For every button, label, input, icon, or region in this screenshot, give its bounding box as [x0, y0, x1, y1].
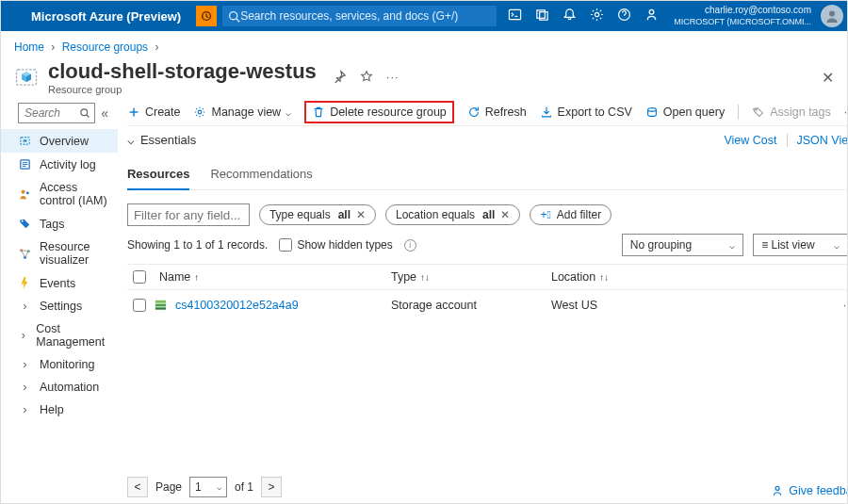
pager: < Page 1⌵ of 1 >	[127, 477, 282, 497]
user-email: charlie.roy@contoso.com	[674, 5, 811, 16]
sort-icon[interactable]: ↑↓	[599, 272, 609, 283]
export-csv-button[interactable]: Export to CSV	[540, 106, 632, 119]
preview-badge-icon[interactable]	[196, 6, 217, 26]
close-icon[interactable]: ✕	[500, 208, 510, 221]
svg-point-30	[199, 110, 203, 114]
help-icon[interactable]	[617, 8, 631, 24]
view-cost-link[interactable]: View Cost	[724, 134, 776, 147]
events-icon	[18, 276, 32, 290]
refresh-button[interactable]: Refresh	[467, 106, 527, 119]
pin-icon[interactable]	[334, 70, 347, 86]
crumb-resource-groups[interactable]: Resource groups	[62, 41, 148, 54]
sidebar-item-monitoring[interactable]: ›Monitoring	[1, 353, 118, 376]
avatar[interactable]	[821, 5, 843, 27]
chevron-right-icon: ›	[155, 41, 158, 54]
next-page-button[interactable]: >	[261, 477, 282, 497]
col-location[interactable]: Location	[551, 270, 595, 284]
directories-icon[interactable]	[535, 8, 549, 24]
table-row[interactable]: cs4100320012e52a4a9 Storage account West…	[127, 290, 848, 319]
sidebar-item-cost-management[interactable]: ›Cost Management	[1, 317, 118, 353]
grouping-dropdown[interactable]: No grouping⌵	[622, 234, 743, 256]
page-number-dropdown[interactable]: 1⌵	[189, 477, 227, 497]
access-control-icon	[18, 187, 32, 202]
button-label: Open query	[663, 106, 725, 119]
button-label: Export to CSV	[558, 106, 632, 119]
svg-rect-17	[24, 139, 27, 142]
view-mode-dropdown[interactable]: ≡ List view⌵	[753, 234, 848, 256]
sidebar-item-label: Access control (IAM)	[40, 181, 108, 207]
command-bar: Create Manage view⌵ Delete resource grou…	[127, 99, 848, 125]
button-label: Refresh	[485, 106, 527, 119]
sidebar-item-events[interactable]: Events	[1, 271, 118, 295]
svg-line-5	[236, 18, 239, 21]
tab-recommendations[interactable]: Recommendations	[210, 159, 312, 189]
cloudshell-icon[interactable]	[508, 8, 522, 24]
add-filter-button[interactable]: +ﾟAdd filter	[530, 204, 612, 225]
sort-icon[interactable]: ↑	[194, 272, 199, 283]
row-checkbox[interactable]	[133, 299, 146, 312]
chevron-right-icon: ›	[18, 358, 32, 371]
tab-bar: Resources Recommendations	[127, 159, 848, 190]
close-icon[interactable]: ✕	[356, 208, 366, 221]
chevron-right-icon: ›	[18, 300, 32, 313]
global-search[interactable]	[222, 6, 497, 26]
tags-icon	[18, 217, 32, 231]
manage-view-button[interactable]: Manage view⌵	[193, 106, 291, 119]
sidebar-item-label: Cost Management	[36, 322, 108, 349]
global-search-input[interactable]	[240, 9, 491, 23]
prev-page-button[interactable]: <	[127, 477, 148, 497]
svg-point-24	[22, 220, 24, 222]
button-label: Assign tags	[770, 106, 831, 119]
sidebar-item-access-control[interactable]: Access control (IAM)	[1, 176, 118, 212]
sidebar-item-overview[interactable]: Overview	[1, 129, 118, 153]
assign-tags-button: Assign tags	[752, 106, 831, 119]
button-label: Delete resource group	[330, 106, 447, 119]
svg-point-4	[230, 11, 237, 19]
more-icon[interactable]: ···	[386, 70, 400, 86]
info-icon[interactable]: i	[404, 239, 416, 252]
delete-resource-group-button[interactable]: Delete resource group	[304, 101, 454, 123]
sidebar-item-help[interactable]: ›Help	[1, 398, 118, 421]
notifications-icon[interactable]	[563, 8, 577, 24]
col-name[interactable]: Name	[159, 270, 190, 284]
filter-chip-location[interactable]: Location equalsall✕	[385, 204, 520, 225]
sidebar-item-tags[interactable]: Tags	[1, 212, 118, 236]
json-view-link[interactable]: JSON View	[797, 134, 849, 147]
favorite-icon[interactable]	[360, 70, 373, 86]
sidebar-item-activity-log[interactable]: Activity log	[1, 153, 118, 176]
essentials-header[interactable]: ⌵ Essentials View Cost JSON View	[127, 125, 848, 154]
create-button[interactable]: Create	[127, 106, 181, 119]
hamburger-icon[interactable]	[5, 9, 16, 24]
separator	[787, 134, 788, 147]
col-type[interactable]: Type	[391, 270, 416, 284]
sidebar-item-resource-visualizer[interactable]: Resource visualizer	[1, 236, 118, 271]
settings-icon[interactable]	[590, 8, 604, 24]
button-label: Create	[145, 106, 181, 119]
filter-input[interactable]	[127, 203, 250, 226]
top-icon-bar	[502, 8, 664, 24]
sidebar-item-settings[interactable]: ›Settings	[1, 295, 118, 317]
chevron-down-icon: ⌵	[217, 482, 221, 492]
sidebar-item-automation[interactable]: ›Automation	[1, 376, 118, 398]
page-subtitle: Resource group	[48, 84, 317, 95]
select-all-checkbox[interactable]	[133, 270, 146, 284]
brand-label[interactable]: Microsoft Azure (Preview)	[22, 9, 190, 24]
row-more-icon[interactable]: ···	[843, 299, 848, 312]
open-query-button[interactable]: Open query	[645, 106, 725, 119]
tab-resources[interactable]: Resources	[127, 159, 189, 190]
more-commands-icon[interactable]: ···	[844, 106, 848, 119]
sidebar-item-label: Overview	[40, 135, 89, 148]
sort-icon[interactable]: ↑↓	[420, 272, 430, 283]
crumb-home[interactable]: Home	[14, 41, 44, 54]
give-feedback-link[interactable]: Give feedback	[771, 484, 848, 497]
feedback-icon[interactable]	[644, 8, 659, 24]
cell-location: West US	[551, 299, 843, 312]
user-account[interactable]: charlie.roy@contoso.com MICROSOFT (MICRO…	[670, 5, 815, 27]
svg-rect-32	[155, 301, 166, 303]
resource-link[interactable]: cs4100320012e52a4a9	[175, 299, 299, 312]
filter-chip-type[interactable]: Type equalsall✕	[259, 204, 376, 225]
close-icon[interactable]: ✕	[822, 69, 834, 87]
show-hidden-types-checkbox[interactable]: Show hidden types	[279, 238, 392, 252]
collapse-sidebar-icon[interactable]: «	[101, 106, 108, 121]
storage-account-icon	[154, 298, 168, 312]
